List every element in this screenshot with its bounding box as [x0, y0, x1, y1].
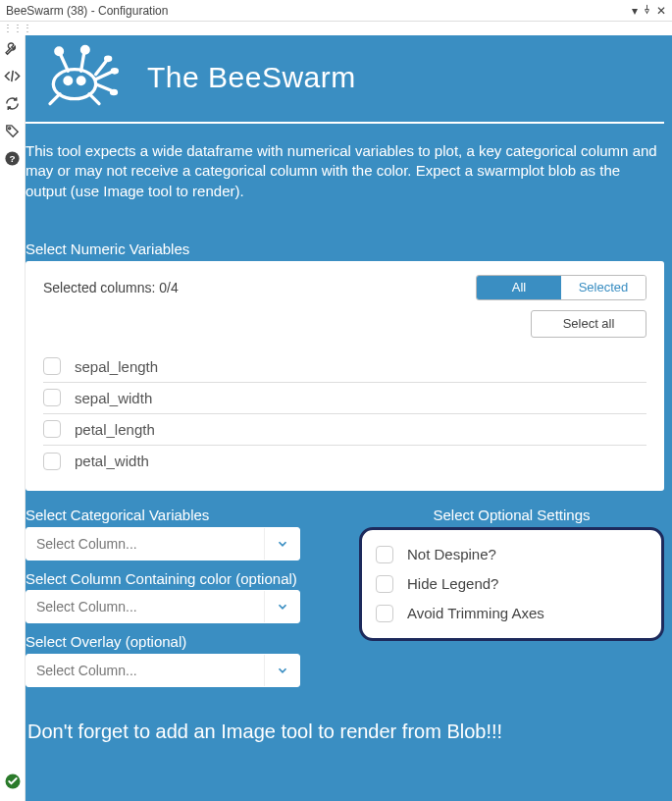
- help-icon[interactable]: ?: [4, 149, 22, 167]
- checkbox[interactable]: [376, 575, 393, 593]
- svg-point-9: [112, 70, 117, 73]
- overlay-combo[interactable]: Select Column...: [26, 654, 300, 687]
- bee-logo-icon: [35, 43, 133, 112]
- option-row[interactable]: Avoid Trimming Axes: [376, 599, 647, 628]
- pin-icon[interactable]: [642, 4, 652, 18]
- dropdown-icon[interactable]: ▾: [632, 4, 638, 18]
- footer-note: Don't forget to add an Image tool to ren…: [26, 721, 664, 743]
- segment-toggle: All Selected: [476, 275, 646, 300]
- config-panel: The BeeSwarm This tool expects a wide da…: [26, 35, 672, 801]
- chevron-down-icon[interactable]: [264, 528, 299, 560]
- color-combo[interactable]: Select Column...: [26, 590, 300, 623]
- list-item[interactable]: sepal_length: [43, 351, 646, 383]
- checkbox[interactable]: [376, 605, 393, 622]
- svg-point-10: [106, 57, 111, 60]
- window-titlebar: BeeSwarm (38) - Configuration ▾ ✕: [0, 0, 672, 22]
- checkbox[interactable]: [43, 357, 61, 375]
- divider: [26, 122, 664, 124]
- code-icon[interactable]: [4, 67, 22, 84]
- svg-point-5: [78, 78, 84, 84]
- column-label: petal_length: [75, 421, 155, 438]
- selected-count-label: Selected columns: 0/4: [43, 280, 476, 295]
- overlay-label: Select Overlay (optional): [26, 633, 300, 652]
- combo-placeholder: Select Column...: [26, 528, 264, 560]
- wrench-icon[interactable]: [4, 39, 22, 57]
- column-label: petal_width: [75, 453, 149, 469]
- select-all-button[interactable]: Select all: [531, 310, 646, 338]
- column-label: sepal_width: [75, 390, 152, 406]
- option-label: Avoid Trimming Axes: [407, 605, 544, 621]
- checkbox[interactable]: [43, 420, 61, 438]
- option-row[interactable]: Not Despine?: [376, 540, 647, 569]
- checkbox[interactable]: [43, 453, 61, 470]
- numeric-columns-card: Selected columns: 0/4 All Selected Selec…: [26, 261, 664, 491]
- option-label: Not Despine?: [407, 546, 496, 562]
- app-header: The BeeSwarm: [26, 35, 664, 122]
- grip-dots-icon[interactable]: ⋮⋮⋮: [0, 22, 672, 35]
- segment-all-button[interactable]: All: [477, 276, 561, 299]
- svg-point-6: [56, 48, 63, 55]
- column-label: sepal_length: [75, 358, 158, 375]
- numeric-section-label: Select Numeric Variables: [26, 240, 664, 257]
- checkbox[interactable]: [43, 389, 61, 406]
- list-item[interactable]: sepal_width: [43, 383, 646, 414]
- status-ok-icon: [4, 773, 22, 793]
- optional-settings-box: Not Despine? Hide Legend? Avoid Trimming…: [359, 527, 664, 641]
- option-row[interactable]: Hide Legend?: [376, 569, 647, 599]
- tool-description: This tool expects a wide dataframe with …: [26, 141, 664, 201]
- list-item[interactable]: petal_length: [43, 414, 646, 446]
- chevron-down-icon[interactable]: [264, 655, 299, 686]
- option-label: Hide Legend?: [407, 575, 498, 592]
- optional-settings-label: Select Optional Settings: [359, 507, 664, 523]
- svg-text:?: ?: [9, 153, 15, 164]
- left-toolbar: ?: [0, 35, 26, 801]
- checkbox[interactable]: [376, 546, 393, 563]
- sync-icon[interactable]: [4, 94, 22, 112]
- combo-placeholder: Select Column...: [26, 655, 264, 686]
- list-item[interactable]: petal_width: [43, 446, 646, 477]
- combo-placeholder: Select Column...: [26, 591, 264, 622]
- window-title: BeeSwarm (38) - Configuration: [6, 4, 628, 18]
- svg-point-0: [9, 127, 11, 129]
- columns-list: sepal_length sepal_width petal_length pe…: [43, 351, 646, 477]
- chevron-down-icon[interactable]: [264, 591, 299, 622]
- app-title: The BeeSwarm: [147, 61, 356, 94]
- segment-selected-button[interactable]: Selected: [561, 276, 646, 299]
- close-icon[interactable]: ✕: [656, 4, 666, 18]
- color-column-label: Select Column Containing color (optional…: [26, 570, 300, 589]
- categorical-label: Select Categorical Variables: [26, 507, 300, 525]
- svg-point-4: [65, 78, 72, 84]
- svg-point-7: [82, 46, 89, 53]
- categorical-combo[interactable]: Select Column...: [26, 527, 300, 561]
- tag-icon[interactable]: [4, 122, 22, 139]
- svg-point-8: [112, 90, 117, 93]
